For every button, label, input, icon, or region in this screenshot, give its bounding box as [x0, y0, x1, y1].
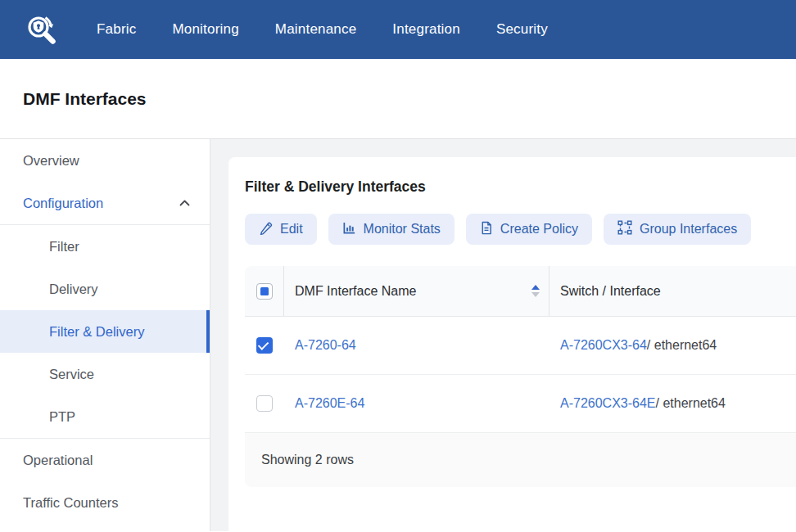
interfaces-table: DMF Interface Name Switch / Interface — [245, 266, 796, 487]
page-title: DMF Interfaces — [23, 89, 147, 109]
sidebar-item-label: Configuration — [23, 196, 103, 211]
monitor-stats-button[interactable]: Monitor Stats — [328, 214, 455, 245]
group-interfaces-button[interactable]: Group Interfaces — [604, 214, 751, 245]
sidebar-item-delivery[interactable]: Delivery — [0, 268, 210, 310]
dmf-interface-name-cell: A-7260E-64 — [284, 375, 550, 432]
row-checkbox-cell — [245, 317, 284, 374]
table-row: A-7260-64 A-7260CX3-64 / ethernet64 — [245, 317, 796, 375]
document-icon — [480, 221, 493, 238]
interface-name-link[interactable]: A-7260E-64 — [295, 396, 364, 411]
sidebar-item-filter-and-delivery[interactable]: Filter & Delivery — [0, 310, 210, 353]
dmf-app-window: Fabric Monitoring Maintenance Integratio… — [0, 0, 796, 532]
table-row: A-7260E-64 A-7260CX3-64E / ethernet64 — [245, 375, 796, 433]
sidebar-item-configuration[interactable]: Configuration — [0, 182, 210, 224]
pencil-icon — [259, 221, 273, 238]
switch-interface-cell: A-7260CX3-64E / ethernet64 — [550, 375, 796, 432]
security-magnifier-icon — [22, 12, 60, 47]
switch-interface-cell: A-7260CX3-64 / ethernet64 — [550, 317, 796, 374]
dmf-logo-icon[interactable] — [21, 11, 61, 47]
edit-button[interactable]: Edit — [245, 214, 317, 245]
group-interfaces-button-label: Group Interfaces — [640, 222, 737, 237]
row-checkbox[interactable] — [256, 337, 273, 354]
chevron-up-icon — [179, 200, 190, 206]
sidebar-item-filter[interactable]: Filter — [0, 225, 210, 268]
toolbar: Edit Monitor Stats Create Policy — [245, 214, 796, 245]
column-header-label: Switch / Interface — [560, 284, 661, 299]
interface-suffix-text: / ethernet64 — [656, 396, 726, 411]
dmf-interface-name-cell: A-7260-64 — [284, 317, 550, 374]
nav-item-integration[interactable]: Integration — [392, 21, 460, 38]
nav-item-maintenance[interactable]: Maintenance — [275, 21, 357, 38]
content-card: Filter & Delivery Interfaces Edit Monito… — [228, 157, 796, 531]
nav-item-fabric[interactable]: Fabric — [97, 21, 136, 38]
column-header-label: DMF Interface Name — [295, 284, 416, 299]
create-policy-button[interactable]: Create Policy — [466, 214, 592, 245]
sidebar-item-traffic-counters[interactable]: Traffic Counters — [0, 481, 210, 524]
nav-item-monitoring[interactable]: Monitoring — [172, 21, 238, 38]
sort-descend-caret-icon — [531, 292, 540, 297]
edit-button-label: Edit — [280, 222, 303, 237]
create-policy-button-label: Create Policy — [500, 222, 578, 237]
row-count-text: Showing 2 rows — [261, 453, 354, 467]
interface-name-link[interactable]: A-7260-64 — [295, 338, 356, 353]
top-navbar: Fabric Monitoring Maintenance Integratio… — [0, 0, 796, 59]
table-header-row: DMF Interface Name Switch / Interface — [245, 266, 796, 317]
row-checkbox[interactable] — [256, 395, 273, 412]
interface-suffix-text: / ethernet64 — [647, 338, 717, 353]
sidebar-item-overview[interactable]: Overview — [0, 139, 210, 182]
sidebar-item-operational[interactable]: Operational — [0, 439, 210, 481]
sort-ascend-caret-icon — [531, 285, 540, 290]
main-nav-menu: Fabric Monitoring Maintenance Integratio… — [97, 21, 548, 38]
sort-carets-icon[interactable] — [531, 285, 540, 297]
section-heading: Filter & Delivery Interfaces — [245, 178, 796, 196]
row-checkbox-cell — [245, 375, 284, 432]
sidebar: Overview Configuration Filter Delivery F… — [0, 139, 210, 531]
page-header: DMF Interfaces — [0, 59, 796, 139]
main-content-area: Filter & Delivery Interfaces Edit Monito… — [210, 139, 796, 531]
column-header-switch-interface: Switch / Interface — [550, 266, 796, 316]
column-header-dmf-interface-name[interactable]: DMF Interface Name — [284, 266, 550, 316]
select-all-checkbox[interactable] — [256, 283, 273, 300]
sidebar-item-ptp[interactable]: PTP — [0, 395, 210, 438]
switch-name-link[interactable]: A-7260CX3-64E — [560, 396, 656, 411]
nav-item-security[interactable]: Security — [496, 21, 548, 38]
group-select-icon — [617, 220, 632, 238]
sidebar-item-service[interactable]: Service — [0, 353, 210, 395]
table-header-checkbox-cell — [245, 266, 284, 316]
switch-name-link[interactable]: A-7260CX3-64 — [560, 338, 647, 353]
monitor-stats-button-label: Monitor Stats — [364, 222, 441, 237]
bar-chart-icon — [342, 221, 356, 238]
table-footer: Showing 2 rows — [245, 433, 796, 487]
